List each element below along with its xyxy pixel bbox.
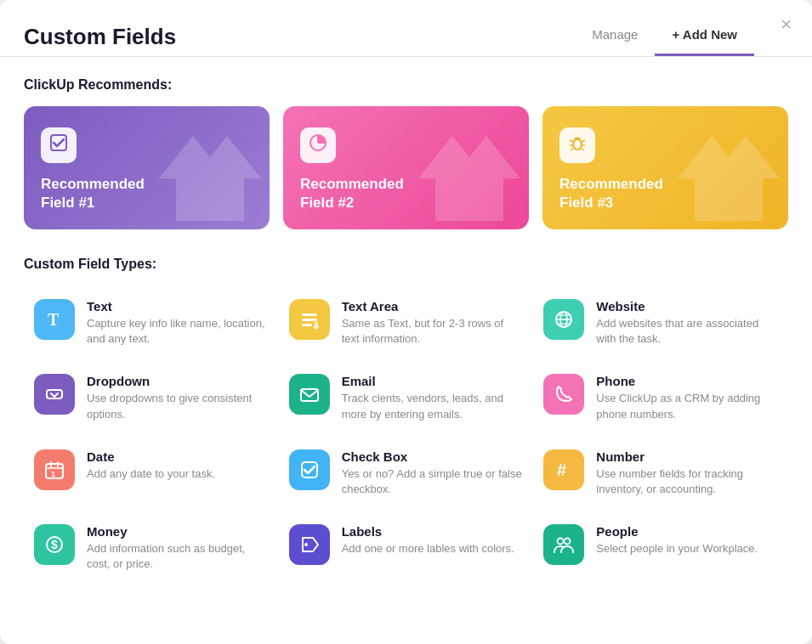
field-type-money[interactable]: $ Money Add information such as budget, … xyxy=(24,511,279,585)
phone-field-info: Phone Use ClickUp as a CRM by adding pho… xyxy=(596,374,778,421)
field-type-people[interactable]: People Select people in your Workplace. xyxy=(533,511,788,585)
date-field-name: Date xyxy=(87,449,215,464)
svg-point-40 xyxy=(304,543,308,546)
svg-text:1: 1 xyxy=(51,470,55,478)
svg-rect-23 xyxy=(315,322,318,327)
rec-card-3-label: RecommendedField #3 xyxy=(559,175,771,212)
dropdown-field-desc: Use dropdowns to give consistent options… xyxy=(87,391,269,421)
dropdown-field-name: Dropdown xyxy=(87,374,269,388)
svg-point-15 xyxy=(575,138,577,140)
text-field-desc: Capture key info like name, location, an… xyxy=(87,316,269,347)
recommended-cards: RecommendedField #1 xyxy=(24,106,788,229)
textarea-field-name: Text Area xyxy=(342,299,524,314)
checkbox-icon xyxy=(49,133,68,156)
recommended-card-1[interactable]: RecommendedField #1 xyxy=(24,106,270,229)
svg-text:#: # xyxy=(557,460,566,479)
svg-rect-30 xyxy=(301,389,318,401)
tab-manage[interactable]: Manage xyxy=(575,17,655,56)
close-button[interactable]: × xyxy=(781,15,792,34)
field-type-labels[interactable]: Labels Add one or more lables with color… xyxy=(279,511,534,585)
labels-field-info: Labels Add one or more lables with color… xyxy=(342,524,514,556)
svg-text:T: T xyxy=(48,310,60,329)
dropdown-icon-wrap xyxy=(34,374,75,415)
website-field-name: Website xyxy=(596,299,778,314)
checkbox-field-desc: Yes or no? Add a simple true or false ch… xyxy=(342,466,524,497)
field-types-section-title: Custom Field Types: xyxy=(24,257,788,272)
website-field-info: Website Add websites that are associated… xyxy=(596,299,778,347)
textarea-icon-wrap xyxy=(289,299,330,340)
money-icon-wrap: $ xyxy=(34,524,75,565)
phone-field-name: Phone xyxy=(596,374,778,388)
email-icon-wrap xyxy=(289,374,330,415)
date-field-desc: Add any date to your task. xyxy=(87,466,215,482)
rec-card-1-icon-wrap xyxy=(41,127,77,163)
labels-field-name: Labels xyxy=(342,524,514,539)
pie-chart-icon xyxy=(309,133,327,156)
website-icon-wrap xyxy=(543,299,584,340)
svg-text:$: $ xyxy=(51,538,58,551)
svg-line-9 xyxy=(570,140,573,142)
modal-header: Custom Fields Manage + Add New × xyxy=(0,0,812,57)
checkbox-field-info: Check Box Yes or no? Add a simple true o… xyxy=(342,449,524,497)
rec-card-1-label: RecommendedField #1 xyxy=(41,175,253,212)
people-icon-wrap xyxy=(543,524,584,565)
textarea-field-desc: Same as Text, but for 2-3 rows of text i… xyxy=(342,316,524,347)
website-field-desc: Add websites that are associated with th… xyxy=(596,316,778,347)
svg-line-10 xyxy=(582,140,585,142)
rec-card-3-icon-wrap xyxy=(559,127,595,163)
svg-point-16 xyxy=(578,138,581,140)
money-field-desc: Add information such as budget, cost, or… xyxy=(87,541,269,572)
svg-point-42 xyxy=(565,539,571,545)
custom-fields-modal: Custom Fields Manage + Add New × ClickUp… xyxy=(0,0,812,644)
svg-rect-20 xyxy=(302,314,317,316)
recommended-section-title: ClickUp Recommends: xyxy=(24,77,788,93)
dropdown-field-info: Dropdown Use dropdowns to give consisten… xyxy=(87,374,269,421)
text-icon-wrap: T xyxy=(34,299,75,340)
date-field-info: Date Add any date to your task. xyxy=(87,449,215,482)
number-field-desc: Use number fields for tracking inventory… xyxy=(596,466,778,497)
field-type-email[interactable]: Email Track clents, vendors, leads, and … xyxy=(279,360,534,435)
tab-add-new[interactable]: + Add New xyxy=(655,17,754,56)
phone-field-desc: Use ClickUp as a CRM by adding phone num… xyxy=(596,391,778,421)
modal-title: Custom Fields xyxy=(24,24,176,50)
tabs: Manage + Add New xyxy=(575,17,754,56)
email-field-desc: Track clents, vendors, leads, and more b… xyxy=(342,391,524,421)
field-type-date[interactable]: 1 Date Add any date to your task. xyxy=(24,436,279,511)
number-icon-wrap: # xyxy=(543,449,584,490)
email-field-name: Email xyxy=(342,374,524,388)
svg-line-13 xyxy=(571,149,573,150)
checkbox-field-name: Check Box xyxy=(342,449,524,464)
svg-line-14 xyxy=(582,149,584,150)
recommended-card-2[interactable]: RecommendedField #2 xyxy=(283,106,529,229)
modal-body: ClickUp Recommends: Recomme xyxy=(0,57,812,610)
people-field-info: People Select people in your Workplace. xyxy=(596,524,758,556)
field-type-number[interactable]: # Number Use number fields for tracking … xyxy=(533,436,788,511)
checkbox-icon-wrap xyxy=(289,449,330,490)
recommended-card-3[interactable]: RecommendedField #3 xyxy=(542,106,788,229)
labels-icon-wrap xyxy=(289,524,330,565)
email-field-info: Email Track clents, vendors, leads, and … xyxy=(342,374,524,421)
field-type-textarea[interactable]: Text Area Same as Text, but for 2-3 rows… xyxy=(279,285,534,360)
money-field-name: Money xyxy=(87,524,269,539)
field-types-grid: T Text Capture key info like name, locat… xyxy=(24,285,788,586)
field-type-checkbox[interactable]: Check Box Yes or no? Add a simple true o… xyxy=(279,436,534,511)
field-type-dropdown[interactable]: Dropdown Use dropdowns to give consisten… xyxy=(24,360,279,435)
money-field-info: Money Add information such as budget, co… xyxy=(87,524,269,572)
field-type-phone[interactable]: Phone Use ClickUp as a CRM by adding pho… xyxy=(533,360,788,435)
bug-icon xyxy=(568,133,587,156)
field-type-website[interactable]: Website Add websites that are associated… xyxy=(533,285,788,360)
people-field-name: People xyxy=(596,524,758,539)
text-field-info: Text Capture key info like name, locatio… xyxy=(87,299,269,347)
rec-card-2-icon-wrap xyxy=(300,127,336,163)
number-field-info: Number Use number fields for tracking in… xyxy=(596,449,778,497)
date-icon-wrap: 1 xyxy=(34,449,75,490)
svg-point-41 xyxy=(558,539,564,545)
field-type-text[interactable]: T Text Capture key info like name, locat… xyxy=(24,285,279,360)
svg-rect-22 xyxy=(302,324,312,326)
svg-point-8 xyxy=(573,139,582,150)
textarea-field-info: Text Area Same as Text, but for 2-3 rows… xyxy=(342,299,524,347)
number-field-name: Number xyxy=(596,449,778,464)
labels-field-desc: Add one or more lables with colors. xyxy=(342,541,514,556)
phone-icon-wrap xyxy=(543,374,584,415)
rec-card-2-label: RecommendedField #2 xyxy=(300,175,512,212)
